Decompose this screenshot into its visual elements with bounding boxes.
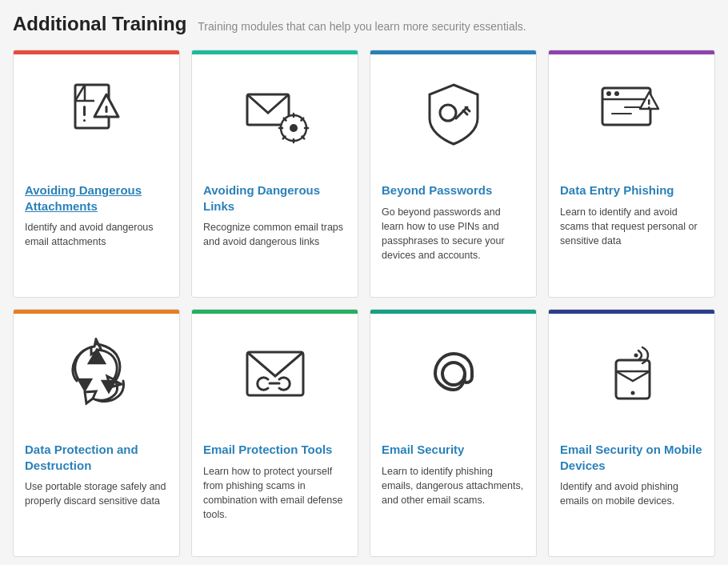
card-content: Data Protection and DestructionUse porta… bbox=[14, 434, 179, 556]
email-security-mobile-icon bbox=[549, 314, 714, 434]
svg-point-18 bbox=[614, 91, 619, 96]
beyond-passwords-title: Beyond Passwords bbox=[382, 182, 525, 198]
card-grid: Avoiding Dangerous AttachmentsIdentify a… bbox=[13, 50, 715, 557]
header: Additional Training Training modules tha… bbox=[13, 13, 715, 35]
card-content: Avoiding Dangerous AttachmentsIdentify a… bbox=[14, 174, 179, 297]
beyond-passwords-desc: Go beyond passwords and learn how to use… bbox=[382, 205, 525, 263]
email-protection-icon bbox=[192, 314, 358, 434]
avoiding-dangerous-attachments-icon bbox=[14, 54, 179, 174]
avoiding-dangerous-links-desc: Recognize common email traps and avoid d… bbox=[203, 220, 346, 249]
card-avoiding-dangerous-attachments: Avoiding Dangerous AttachmentsIdentify a… bbox=[13, 50, 180, 298]
svg-rect-22 bbox=[648, 99, 650, 105]
page-subtitle: Training modules that can help you learn… bbox=[198, 20, 526, 33]
card-email-security: Email SecurityLearn to identify phishing… bbox=[370, 309, 537, 557]
avoiding-dangerous-attachments-title[interactable]: Avoiding Dangerous Attachments bbox=[25, 182, 168, 214]
data-entry-phishing-title: Data Entry Phishing bbox=[560, 182, 703, 198]
svg-point-30 bbox=[634, 354, 638, 358]
svg-rect-6 bbox=[105, 106, 107, 113]
card-content: Email Protection ToolsLearn how to prote… bbox=[192, 434, 358, 556]
data-entry-phishing-desc: Learn to identify and avoid scams that r… bbox=[560, 205, 703, 248]
card-email-security-mobile: Email Security on Mobile DevicesIdentify… bbox=[548, 309, 715, 557]
card-email-protection: Email Protection ToolsLearn how to prote… bbox=[191, 309, 358, 557]
email-security-desc: Learn to identify phishing emails, dange… bbox=[382, 464, 525, 507]
card-content: Email Security on Mobile DevicesIdentify… bbox=[549, 434, 714, 556]
card-content: Email SecurityLearn to identify phishing… bbox=[370, 434, 536, 556]
data-protection-desc: Use portable storage safely and properly… bbox=[25, 479, 168, 508]
data-protection-icon bbox=[14, 314, 179, 434]
card-data-protection: Data Protection and DestructionUse porta… bbox=[13, 309, 180, 557]
svg-rect-4 bbox=[83, 119, 86, 122]
svg-point-26 bbox=[442, 363, 465, 385]
page-title: Additional Training bbox=[13, 13, 186, 35]
card-data-entry-phishing: Data Entry PhishingLearn to identify and… bbox=[548, 50, 715, 298]
email-protection-desc: Learn how to protect yourself from phish… bbox=[203, 464, 346, 523]
svg-point-11 bbox=[440, 105, 456, 121]
svg-rect-23 bbox=[648, 106, 650, 109]
card-content: Avoiding Dangerous LinksRecognize common… bbox=[192, 174, 358, 297]
email-security-title: Email Security bbox=[382, 442, 525, 458]
svg-rect-7 bbox=[105, 115, 107, 118]
avoiding-dangerous-links-title: Avoiding Dangerous Links bbox=[203, 182, 346, 214]
beyond-passwords-icon bbox=[370, 54, 536, 174]
email-protection-title: Email Protection Tools bbox=[203, 442, 346, 458]
data-entry-phishing-icon bbox=[549, 54, 714, 174]
svg-rect-3 bbox=[83, 106, 86, 116]
card-avoiding-dangerous-links: Avoiding Dangerous LinksRecognize common… bbox=[191, 50, 358, 298]
card-content: Data Entry PhishingLearn to identify and… bbox=[549, 174, 714, 297]
avoiding-dangerous-links-icon bbox=[192, 54, 358, 174]
card-beyond-passwords: Beyond PasswordsGo beyond passwords and … bbox=[370, 50, 537, 298]
avoiding-dangerous-attachments-desc: Identify and avoid dangerous email attac… bbox=[25, 220, 168, 249]
data-protection-title: Data Protection and Destruction bbox=[25, 442, 168, 473]
svg-point-17 bbox=[606, 91, 611, 96]
svg-point-10 bbox=[290, 124, 298, 132]
svg-point-29 bbox=[630, 391, 634, 395]
email-security-icon bbox=[370, 314, 536, 434]
email-security-mobile-title: Email Security on Mobile Devices bbox=[560, 442, 703, 473]
email-security-mobile-desc: Identify and avoid phishing emails on mo… bbox=[560, 479, 703, 508]
card-content: Beyond PasswordsGo beyond passwords and … bbox=[370, 174, 536, 297]
